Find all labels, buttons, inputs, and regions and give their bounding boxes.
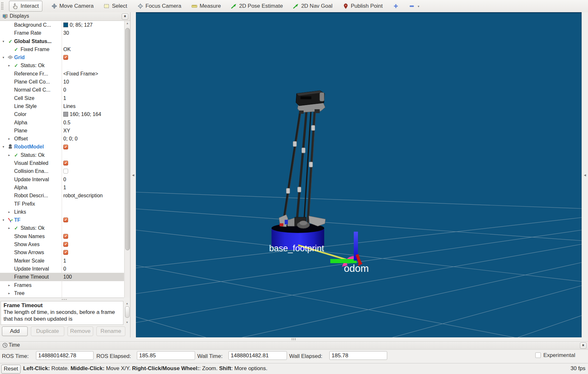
- value-text[interactable]: 10: [63, 78, 69, 86]
- checkbox-checked[interactable]: ✓: [63, 161, 68, 165]
- tree-row-robotmodel[interactable]: ▾RobotModel✓: [0, 143, 124, 151]
- tree-row-tf[interactable]: ▾TF✓: [0, 216, 124, 224]
- reset-button[interactable]: Reset: [1, 365, 21, 374]
- tree-row-alpha[interactable]: Alpha1: [0, 183, 124, 191]
- value-text[interactable]: 1: [63, 183, 66, 191]
- value-text[interactable]: 0.5: [63, 119, 70, 127]
- value-text[interactable]: OK: [63, 45, 71, 53]
- tree-row-reference-fr[interactable]: Reference Fr...<Fixed Frame>: [0, 70, 124, 78]
- collapse-right-icon[interactable]: ◀: [584, 174, 586, 177]
- tree-row-line-style[interactable]: Line StyleLines: [0, 102, 124, 110]
- expander-closed-icon[interactable]: ▸: [8, 61, 10, 69]
- expander-open-icon[interactable]: ▾: [3, 37, 4, 45]
- tree-row-collision-ena[interactable]: Collision Ena...: [0, 167, 124, 175]
- checkbox-checked[interactable]: ✓: [63, 234, 68, 239]
- tree-row-global-status[interactable]: ▾✓Global Status...: [0, 37, 124, 45]
- collapse-left-icon[interactable]: ◀: [132, 174, 134, 177]
- value-text[interactable]: 160; 160; 164: [70, 110, 101, 118]
- help-scrollbar-thumb[interactable]: [125, 306, 129, 318]
- tree-row-cell-size[interactable]: Cell Size1: [0, 94, 124, 102]
- value-text[interactable]: 0; 85; 127: [70, 21, 93, 29]
- value-text[interactable]: XY: [63, 127, 70, 135]
- panel-splitter-handle[interactable]: [0, 298, 130, 301]
- tree-row-status-ok[interactable]: ▸✓Status: Ok: [0, 224, 124, 232]
- tree-row-fixed-frame[interactable]: ✓Fixed FrameOK: [0, 45, 124, 53]
- remove-button[interactable]: Remove: [67, 326, 93, 336]
- expander-closed-icon[interactable]: ▸: [8, 289, 10, 297]
- experimental-checkbox[interactable]: [535, 352, 541, 358]
- tree-row-frame-rate[interactable]: Frame Rate30: [0, 29, 124, 37]
- value-text[interactable]: 0: [63, 86, 66, 94]
- tree-row-show-arrows[interactable]: Show Arrows✓: [0, 248, 124, 256]
- checkbox-checked[interactable]: ✓: [63, 218, 68, 222]
- tree-scrollbar[interactable]: ▲: [124, 21, 130, 298]
- tree-row-frame-timeout[interactable]: Frame Timeout100: [0, 273, 124, 281]
- 3d-viewport[interactable]: base_footprint odom: [136, 12, 582, 337]
- checkbox-checked[interactable]: ✓: [63, 250, 68, 255]
- toolbar-tool-add-tool[interactable]: [392, 1, 400, 11]
- tree-row-offset[interactable]: ▸Offset0; 0; 0: [0, 135, 124, 143]
- value-text[interactable]: Lines: [63, 102, 76, 110]
- value-text[interactable]: robot_description: [63, 191, 103, 200]
- expander-open-icon[interactable]: ▾: [3, 216, 4, 224]
- tree-row-show-axes[interactable]: Show Axes✓: [0, 240, 124, 248]
- add-button[interactable]: Add: [2, 326, 28, 336]
- ros-time-input[interactable]: [36, 351, 94, 360]
- expander-closed-icon[interactable]: ▸: [8, 208, 10, 216]
- tree-row-frames[interactable]: ▸Frames: [0, 281, 124, 289]
- toolbar-tool-select[interactable]: Select: [102, 1, 128, 11]
- checkbox-unchecked[interactable]: [63, 169, 68, 174]
- expander-closed-icon[interactable]: ▸: [8, 151, 10, 159]
- tree-row-tf-prefix[interactable]: TF Prefix: [0, 200, 124, 208]
- rename-button[interactable]: Rename: [96, 326, 125, 336]
- toolbar-tool-remove-tool[interactable]: ▾: [408, 1, 421, 11]
- toolbar-tool-interact[interactable]: Interact: [9, 1, 42, 12]
- expander-closed-icon[interactable]: ▸: [8, 224, 10, 232]
- tree-row-update-interval[interactable]: Update Interval0: [0, 265, 124, 273]
- value-text[interactable]: <Fixed Frame>: [63, 70, 98, 78]
- tree-row-plane-cell-co[interactable]: Plane Cell Co...10: [0, 78, 124, 86]
- tree-row-status-ok[interactable]: ▸✓Status: Ok: [0, 61, 124, 69]
- checkbox-checked[interactable]: ✓: [63, 55, 68, 60]
- tree-row-marker-scale[interactable]: Marker Scale1: [0, 257, 124, 265]
- expander-open-icon[interactable]: ▾: [3, 53, 4, 61]
- toolbar-tool-focus-camera[interactable]: Focus Camera: [136, 1, 183, 11]
- duplicate-button[interactable]: Duplicate: [31, 326, 64, 336]
- tree-row-status-ok[interactable]: ▸✓Status: Ok: [0, 151, 124, 159]
- tree-row-plane[interactable]: PlaneXY: [0, 127, 124, 135]
- value-text[interactable]: 30: [63, 29, 69, 37]
- tree-row-update-interval[interactable]: Update Interval0: [0, 175, 124, 183]
- value-text[interactable]: 100: [63, 273, 72, 281]
- value-text[interactable]: 0: [63, 265, 66, 273]
- wall-time-input[interactable]: [228, 351, 287, 360]
- tree-row-normal-cell-c[interactable]: Normal Cell C...0: [0, 86, 124, 94]
- toolbar-tool-publish-point[interactable]: Publish Point: [342, 1, 384, 11]
- views-panel-collapsed[interactable]: ◀: [582, 12, 588, 337]
- toolbar-tool-move-camera[interactable]: Move Camera: [50, 1, 95, 11]
- wall-elapsed-input[interactable]: [329, 351, 387, 360]
- checkbox-checked[interactable]: ✓: [63, 145, 68, 149]
- tree-row-color[interactable]: Color160; 160; 164: [0, 110, 124, 118]
- tree-row-tree[interactable]: ▸Tree: [0, 289, 124, 297]
- panel-resize-strip[interactable]: ◀: [130, 12, 136, 337]
- horizontal-splitter[interactable]: [0, 337, 588, 341]
- value-text[interactable]: 0: [63, 175, 66, 183]
- displays-close-icon[interactable]: ✖: [122, 13, 128, 20]
- value-text[interactable]: 0; 0; 0: [63, 135, 77, 143]
- tree-scrollbar-thumb[interactable]: [125, 28, 130, 250]
- tree-row-show-names[interactable]: Show Names✓: [0, 232, 124, 240]
- value-text[interactable]: 1: [63, 257, 66, 265]
- toolbar-grip[interactable]: [1, 2, 3, 10]
- checkbox-checked[interactable]: ✓: [63, 242, 68, 247]
- expander-closed-icon[interactable]: ▸: [8, 281, 10, 289]
- tree-row-grid[interactable]: ▾Grid✓: [0, 53, 124, 61]
- expander-open-icon[interactable]: ▾: [3, 143, 4, 151]
- tree-row-visual-enabled[interactable]: Visual Enabled✓: [0, 159, 124, 167]
- toolbar-tool-2d-pose-estimate[interactable]: 2D Pose Estimate: [230, 1, 284, 11]
- toolbar-tool-measure[interactable]: Measure: [190, 1, 222, 11]
- tree-row-background-c[interactable]: Background C...0; 85; 127: [0, 21, 124, 29]
- value-text[interactable]: 1: [63, 94, 66, 102]
- expander-closed-icon[interactable]: ▸: [8, 135, 10, 143]
- tree-row-robot-descri[interactable]: Robot Descri...robot_description: [0, 191, 124, 200]
- time-close-icon[interactable]: ✖: [580, 343, 586, 349]
